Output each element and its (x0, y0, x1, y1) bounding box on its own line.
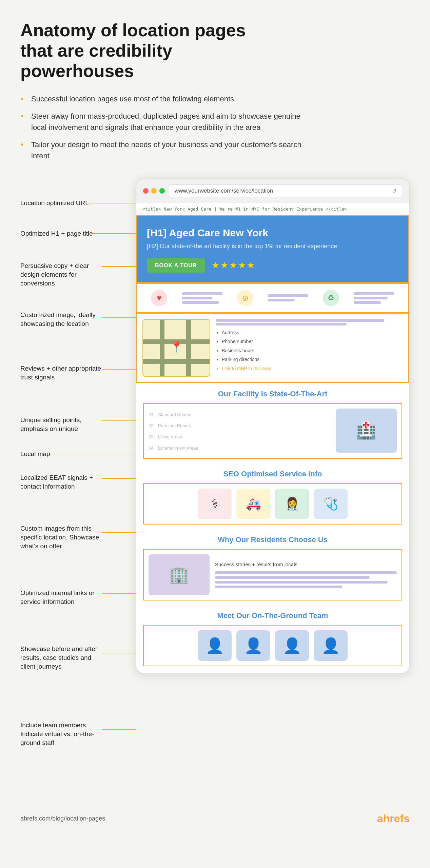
seo-section: SEO Optimised Service Info ⚕ 🚑 👩‍⚕️ 🩺 (136, 464, 409, 530)
connector-custom-images (102, 532, 136, 533)
facility-section: Our Facility Is State-Of-The-Art 01.Stan… (136, 383, 409, 464)
seo-title: SEO Optimised Service Info (143, 470, 402, 478)
service-icon-medical: ⚕ (198, 489, 232, 519)
room-1[interactable]: 01.Standard Rooms (149, 409, 330, 420)
map-info: Address Phone number Business hours Park… (216, 319, 403, 377)
label-image: Customized image, ideally showcasing the… (20, 311, 136, 328)
connector-eeat (102, 478, 136, 479)
trust-icon-3: ♻ (323, 290, 339, 306)
map-visual: 📍 (142, 319, 210, 377)
label-before-after: Showcase before and after results, case … (20, 645, 136, 671)
connector-before-after (102, 653, 136, 653)
room-3[interactable]: 03.Living Areas (149, 431, 330, 442)
bullet-list: Successful location pages use most of th… (20, 93, 410, 161)
tl-green (159, 188, 165, 194)
map-pin: 📍 (170, 341, 183, 353)
connector-map (50, 454, 136, 454)
trust-icon-1: ♥ (151, 290, 167, 306)
label-eeat: Localized EEAT signals + contact informa… (20, 473, 136, 491)
trust-bar: ♥ ⊕ (136, 283, 409, 313)
connector-internal-links (102, 593, 136, 594)
label-team: Include team members. Indicate virtual v… (20, 721, 136, 747)
footer-link[interactable]: ahrefs.com/blog/location-pages (20, 815, 105, 822)
map-road-horizontal-2 (143, 359, 210, 364)
map-section: 📍 Address Phone number Business hours Pa… (136, 313, 409, 383)
connector-usp (102, 420, 136, 421)
eco-icon: ♻ (323, 290, 339, 306)
map-list-gbp[interactable]: Link to GBP in this area (222, 364, 403, 373)
team-avatar-1: 👤 (198, 630, 232, 661)
reload-icon[interactable]: ↺ (392, 188, 396, 194)
service-icons: ⚕ 🚑 👩‍⚕️ 🩺 (143, 483, 402, 525)
footer: ahrefs.com/blog/location-pages ahrefs (20, 812, 410, 825)
hero-h2: [H2] Our state-of-the art facility is in… (147, 242, 398, 251)
hero-h1: [H1] Aged Care New York (147, 227, 398, 239)
service-icon-nurse: 👩‍⚕️ (275, 489, 309, 519)
browser-window-container: www.yourwebsite.com/service/location ↺ <… (136, 178, 410, 795)
why-image: 🏢 (149, 554, 210, 595)
map-list: Address Phone number Business hours Park… (216, 328, 403, 373)
room-2[interactable]: 02.Premium Rooms (149, 420, 330, 431)
team-section: Meet Our On-The-Ground Team 👤 👤 👤 👤 (136, 606, 409, 673)
map-list-parking: Parking directions (222, 355, 403, 364)
labels-column: Location optimized URL Optimized H1 + pa… (20, 178, 136, 795)
why-content: 🏢 Success stories + results from locals (143, 549, 402, 600)
label-url: Location optimized URL (20, 199, 136, 208)
why-line (215, 576, 370, 579)
star-rating: ★★★★★ (212, 260, 256, 271)
why-section: Why Our Residents Choose Us 🏢 Success st… (136, 530, 409, 606)
trust-line (354, 297, 388, 299)
connector-team (102, 729, 136, 730)
label-reviews: Reviews + other appropriate trust signal… (20, 364, 136, 381)
hero-section: [H1] Aged Care New York [H2] Our state-o… (136, 215, 409, 283)
why-lines (215, 571, 397, 588)
label-copy: Persuasive copy + clear design elements … (20, 261, 136, 288)
bullet-3: Tailor your design to meet the needs of … (20, 139, 309, 161)
trust-line (268, 299, 295, 301)
hero-cta-row: BOOK A TOUR ★★★★★ (147, 258, 398, 273)
map-list-phone: Phone number (222, 337, 403, 346)
bullet-1: Successful location pages use most of th… (20, 93, 309, 104)
ahrefs-logo: ahrefs (377, 812, 410, 825)
team-avatars: 👤 👤 👤 👤 (143, 625, 402, 666)
why-line (215, 571, 397, 574)
connector-image (102, 317, 136, 318)
connector-copy (102, 266, 136, 267)
trust-line (354, 301, 381, 304)
why-subtitle: Success stories + results from locals (215, 561, 397, 568)
team-avatar-4: 👤 (314, 630, 348, 661)
trust-lines-1 (182, 292, 222, 304)
label-custom-images: Custom images from this specific locatio… (20, 524, 136, 550)
map-road-vertical (160, 320, 164, 376)
facility-title: Our Facility Is State-Of-The-Art (143, 390, 402, 398)
connector-url (89, 203, 136, 203)
room-4[interactable]: 04.Entertainment Areas (149, 442, 330, 453)
connector-h1 (93, 233, 136, 234)
browser-window: www.yourwebsite.com/service/location ↺ <… (136, 178, 410, 673)
why-title: Why Our Residents Choose Us (143, 535, 402, 544)
medical-icon: ⊕ (237, 290, 253, 306)
map-line (216, 319, 384, 322)
map-line (216, 323, 347, 326)
book-tour-button[interactable]: BOOK A TOUR (147, 258, 205, 273)
tl-yellow (151, 188, 157, 194)
trust-icon-2: ⊕ (237, 290, 253, 306)
connector-reviews (102, 369, 136, 370)
trust-line (354, 292, 394, 295)
label-usp: Unique selling points, emphasis on uniqu… (20, 416, 136, 433)
map-list-hours: Business hours (222, 346, 403, 355)
url-text: www.yourwebsite.com/service/location (175, 188, 273, 194)
browser-bar: www.yourwebsite.com/service/location ↺ (136, 179, 409, 203)
trust-line (268, 294, 308, 297)
url-bar[interactable]: www.yourwebsite.com/service/location ↺ (169, 184, 402, 197)
trust-line (182, 297, 212, 299)
trust-lines-3 (354, 292, 394, 304)
facility-image: 🏥 (336, 409, 397, 453)
rooms-list: 01.Standard Rooms 02.Premium Rooms 03.Li… (149, 409, 330, 453)
trust-line (182, 301, 219, 304)
map-info-lines (216, 319, 403, 326)
page-title: Anatomy of location pages that are credi… (20, 20, 258, 81)
diagram: Location optimized URL Optimized H1 + pa… (20, 178, 410, 795)
team-avatar-3: 👤 (275, 630, 309, 661)
team-title: Meet Our On-The-Ground Team (143, 611, 402, 620)
